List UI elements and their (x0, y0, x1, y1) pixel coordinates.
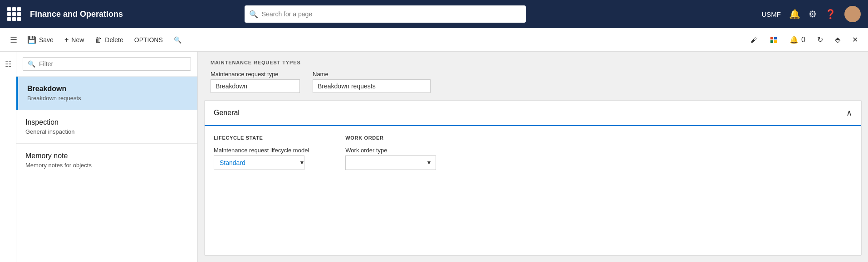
type-field-label: Maintenance request type (211, 71, 300, 78)
sidebar-item-breakdown[interactable]: Breakdown Breakdown requests (16, 77, 197, 110)
collapse-general-button[interactable]: ∧ (846, 108, 852, 118)
content-fields: Maintenance request type Name (211, 71, 855, 93)
sidebar-item-inspection[interactable]: Inspection General inspaction (16, 110, 197, 144)
sidebar-item-memory-note-title: Memory note (25, 152, 188, 160)
hamburger-menu-icon[interactable]: ☰ (6, 32, 21, 48)
notification-badge: 0 (801, 36, 805, 44)
filter-input[interactable] (39, 60, 186, 68)
work-order-type-field: Work order type ▼ (345, 147, 436, 170)
new-button[interactable]: + New (60, 33, 88, 47)
svg-rect-3 (774, 40, 777, 43)
open-in-new-icon[interactable]: ⬘ (831, 33, 844, 47)
search-button[interactable]: 🔍 (169, 34, 186, 46)
notifications-icon[interactable]: 🔔 0 (786, 33, 809, 47)
delete-button[interactable]: 🗑 Delete (90, 33, 128, 47)
svg-rect-2 (770, 40, 773, 43)
toolbar: ☰ 💾 Save + New 🗑 Delete OPTIONS 🔍 🖌 🔔 0 … (0, 28, 868, 52)
content-area: MAINTENANCE REQUEST TYPES Maintenance re… (198, 52, 868, 262)
sidebar-item-breakdown-title: Breakdown (27, 85, 188, 93)
type-input[interactable] (211, 79, 300, 93)
app-title: Finance and Operations (30, 10, 123, 19)
svg-rect-0 (770, 37, 773, 39)
lifecycle-model-field: Maintenance request lifecycle model Stan… (214, 147, 309, 170)
work-order-type-label: Work order type (345, 147, 436, 154)
lifecycle-model-label: Maintenance request lifecycle model (214, 147, 309, 154)
work-order-type-select[interactable] (345, 155, 436, 170)
filter-button[interactable]: ☷ (0, 52, 16, 262)
lifecycle-model-select-wrap: Standard ▼ (214, 155, 309, 170)
name-input[interactable] (313, 79, 431, 93)
sidebar: 🔍 Breakdown Breakdown requests Inspectio… (16, 52, 198, 262)
global-search: 🔍 (245, 5, 526, 23)
sidebar-item-inspection-subtitle: General inspaction (25, 128, 188, 135)
settings-gear-icon[interactable]: ⚙ (809, 9, 817, 19)
filter-search-icon: 🔍 (28, 60, 35, 68)
sidebar-item-memory-note[interactable]: Memory note Memory notes for objects (16, 144, 197, 177)
search-input[interactable] (245, 5, 526, 23)
filter-icon: ☷ (5, 60, 11, 68)
general-body: LIFECYCLE STATE Maintenance request life… (205, 126, 861, 179)
name-field: Name (313, 71, 431, 93)
section-header-label: MAINTENANCE REQUEST TYPES (211, 60, 855, 65)
options-button[interactable]: OPTIONS (130, 34, 167, 46)
avatar[interactable] (844, 6, 861, 22)
work-order-type-select-wrap: ▼ (345, 155, 436, 170)
help-question-icon[interactable]: ❓ (825, 9, 836, 19)
company-label: USMF (761, 10, 781, 18)
toolbar-right: 🖌 🔔 0 ↻ ⬘ ✕ (747, 33, 862, 47)
lifecycle-model-select[interactable]: Standard (214, 155, 304, 170)
sidebar-item-inspection-title: Inspection (25, 118, 188, 126)
save-icon: 💾 (27, 35, 36, 44)
plus-icon: + (64, 36, 69, 44)
sidebar-items-list: Breakdown Breakdown requests Inspection … (16, 77, 197, 262)
maintenance-request-type-field: Maintenance request type (211, 71, 300, 93)
general-section: General ∧ LIFECYCLE STATE Maintenance re… (204, 100, 862, 256)
lifecycle-state-col: LIFECYCLE STATE Maintenance request life… (214, 135, 309, 170)
general-section-title: General (214, 109, 240, 117)
sidebar-item-memory-note-subtitle: Memory notes for objects (25, 162, 188, 169)
main-layout: ☷ 🔍 Breakdown Breakdown requests Inspect… (0, 52, 868, 262)
work-order-col-title: WORK ORDER (345, 135, 436, 141)
sidebar-filter-area: 🔍 (16, 52, 197, 77)
close-icon[interactable]: ✕ (848, 33, 862, 47)
filter-input-wrap: 🔍 (23, 57, 191, 71)
general-section-header: General ∧ (205, 101, 861, 126)
lifecycle-state-col-title: LIFECYCLE STATE (214, 135, 309, 141)
delete-icon: 🗑 (95, 36, 102, 44)
work-order-col: WORK ORDER Work order type ▼ (345, 135, 436, 170)
search-icon: 🔍 (249, 10, 258, 19)
office-icon[interactable] (766, 33, 781, 47)
personalize-icon[interactable]: 🖌 (747, 33, 761, 47)
apps-grid-icon[interactable] (7, 7, 21, 21)
content-header: MAINTENANCE REQUEST TYPES Maintenance re… (198, 52, 868, 100)
top-nav-right: USMF 🔔 ⚙ ❓ (761, 6, 861, 22)
search-icon: 🔍 (174, 36, 181, 44)
sidebar-item-breakdown-subtitle: Breakdown requests (27, 95, 188, 102)
svg-rect-1 (774, 37, 777, 39)
save-button[interactable]: 💾 Save (23, 33, 58, 47)
top-nav: Finance and Operations 🔍 USMF 🔔 ⚙ ❓ (0, 0, 868, 28)
refresh-icon[interactable]: ↻ (814, 33, 827, 47)
notification-bell-icon[interactable]: 🔔 (789, 9, 800, 19)
name-field-label: Name (313, 71, 431, 78)
